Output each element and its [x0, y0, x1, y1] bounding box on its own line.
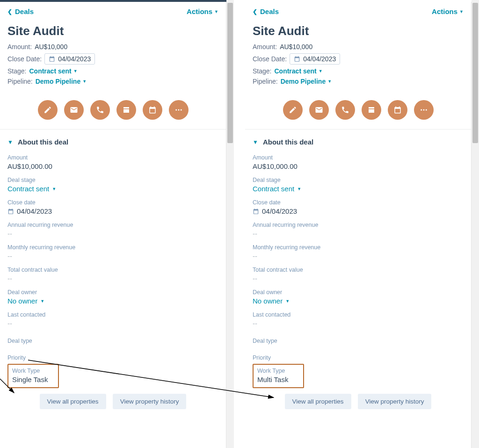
prop-arr-value[interactable]: --: [7, 230, 218, 238]
actions-dropdown[interactable]: Actions ▼: [187, 7, 218, 15]
close-date-label: Close Date:: [7, 55, 42, 63]
view-property-history-button[interactable]: View property history: [358, 394, 432, 409]
caret-down-icon: ▼: [327, 79, 332, 84]
more-button[interactable]: [414, 100, 434, 120]
scrollbar-thumb[interactable]: [227, 3, 233, 143]
caret-down-icon: ▼: [319, 69, 323, 73]
prop-amount-value[interactable]: AU$10,000.00: [7, 162, 218, 170]
section-toggle[interactable]: ▼: [7, 139, 13, 145]
prop-owner-dropdown[interactable]: No owner▼: [7, 297, 218, 305]
stage-label: Stage:: [253, 67, 271, 75]
calendar-icon: [148, 106, 157, 114]
prop-tcv-label: Total contract value: [7, 267, 218, 273]
back-to-deals-link[interactable]: ❮ Deals: [7, 7, 34, 15]
prop-arr-value[interactable]: --: [253, 230, 464, 238]
chevron-left-icon: ❮: [253, 8, 257, 15]
prop-lastcontacted-value[interactable]: --: [253, 319, 464, 327]
note-button[interactable]: [38, 100, 58, 120]
prop-priority-label: Priority: [7, 354, 218, 361]
view-property-history-button[interactable]: View property history: [113, 394, 187, 409]
prop-dealstage-label: Deal stage: [253, 177, 464, 183]
prop-amount-label: Amount: [7, 154, 218, 161]
amount-value: AU$10,000: [280, 43, 312, 51]
close-date-value: 04/04/2023: [303, 55, 336, 63]
email-button[interactable]: [309, 100, 329, 120]
amount-label: Amount:: [7, 43, 32, 51]
prop-worktype-value[interactable]: Single Task: [12, 376, 54, 383]
prop-dealtype-label: Deal type: [253, 338, 464, 344]
phone-icon: [96, 106, 104, 114]
pipeline-dropdown[interactable]: Demo Pipeline ▼: [281, 78, 332, 85]
prop-lastcontacted-value[interactable]: --: [7, 319, 218, 327]
pipeline-dropdown[interactable]: Demo Pipeline ▼: [36, 78, 87, 85]
prop-mrr-value[interactable]: --: [253, 252, 464, 260]
stage-dropdown[interactable]: Contract sent ▼: [274, 67, 322, 75]
stage-dropdown[interactable]: Contract sent ▼: [29, 67, 77, 75]
amount-value: AU$10,000: [35, 43, 67, 51]
prop-closedate-value[interactable]: 04/04/2023: [7, 207, 218, 215]
phone-icon: [341, 106, 349, 114]
caret-down-icon: ▼: [82, 79, 87, 84]
calendar-icon: [253, 208, 259, 215]
log-button[interactable]: [116, 100, 136, 120]
vertical-scrollbar[interactable]: ▲: [226, 2, 234, 448]
view-all-properties-button[interactable]: View all properties: [40, 394, 106, 409]
prop-mrr-value[interactable]: --: [7, 252, 218, 260]
calendar-icon: [393, 106, 402, 114]
task-button[interactable]: [143, 100, 162, 120]
window-icon: [367, 106, 376, 114]
pipeline-label: Pipeline:: [253, 78, 278, 85]
window-icon: [122, 106, 131, 114]
deal-title: Site Audit: [7, 24, 218, 38]
actions-label: Actions: [187, 7, 212, 15]
prop-priority-label: Priority: [253, 354, 464, 361]
about-section-title: About this deal: [263, 138, 313, 146]
section-toggle[interactable]: ▼: [253, 139, 258, 145]
deal-title: Site Audit: [253, 24, 464, 38]
prop-arr-label: Annual recurring revenue: [253, 222, 464, 228]
prop-tcv-value[interactable]: --: [7, 275, 218, 282]
prop-amount-value[interactable]: AU$10,000.00: [253, 162, 464, 170]
back-to-deals-link[interactable]: ❮ Deals: [253, 7, 279, 15]
prop-closedate-value[interactable]: 04/04/2023: [253, 207, 464, 215]
prop-amount-label: Amount: [253, 154, 464, 161]
log-button[interactable]: [362, 100, 381, 120]
calendar-icon: [49, 56, 55, 62]
prop-closedate-label: Close date: [7, 199, 218, 206]
scroll-up-icon[interactable]: ▲: [472, 0, 479, 2]
prop-dealstage-dropdown[interactable]: Contract sent▼: [7, 185, 218, 193]
prop-closedate-label: Close date: [253, 199, 464, 206]
vertical-scrollbar[interactable]: ▲: [472, 2, 479, 448]
task-button[interactable]: [388, 100, 407, 120]
close-date-input[interactable]: 04/04/2023: [44, 53, 95, 65]
work-type-highlight: Work Type Multi Task: [253, 364, 304, 388]
call-button[interactable]: [90, 100, 110, 120]
email-icon: [70, 106, 78, 114]
prop-dealtype-label: Deal type: [7, 338, 218, 344]
prop-tcv-value[interactable]: --: [253, 275, 464, 282]
svg-point-1: [178, 109, 179, 111]
more-button[interactable]: [169, 100, 189, 120]
note-icon: [289, 106, 297, 114]
actions-dropdown[interactable]: Actions ▼: [432, 7, 464, 15]
note-button[interactable]: [283, 100, 303, 120]
calendar-icon: [7, 208, 14, 215]
prop-dealstage-dropdown[interactable]: Contract sent▼: [253, 185, 464, 193]
back-label: Deals: [260, 7, 279, 15]
email-button[interactable]: [64, 100, 84, 120]
prop-lastcontacted-label: Last contacted: [7, 311, 218, 318]
prop-mrr-label: Monthly recurring revenue: [7, 244, 218, 251]
prop-worktype-value[interactable]: Multi Task: [257, 376, 299, 383]
call-button[interactable]: [335, 100, 355, 120]
deal-panel-left: ❮ Deals Actions ▼ Site Audit Amount: AU$…: [0, 2, 226, 448]
caret-down-icon: ▼: [459, 9, 464, 14]
caret-down-icon: ▼: [40, 299, 44, 303]
svg-point-4: [423, 109, 424, 111]
prop-arr-label: Annual recurring revenue: [7, 222, 218, 228]
prop-owner-dropdown[interactable]: No owner▼: [253, 297, 464, 305]
close-date-input[interactable]: 04/04/2023: [290, 53, 340, 65]
scrollbar-thumb[interactable]: [472, 3, 478, 143]
scroll-up-icon[interactable]: ▲: [226, 0, 234, 2]
prop-owner-label: Deal owner: [253, 289, 464, 296]
view-all-properties-button[interactable]: View all properties: [285, 394, 351, 409]
